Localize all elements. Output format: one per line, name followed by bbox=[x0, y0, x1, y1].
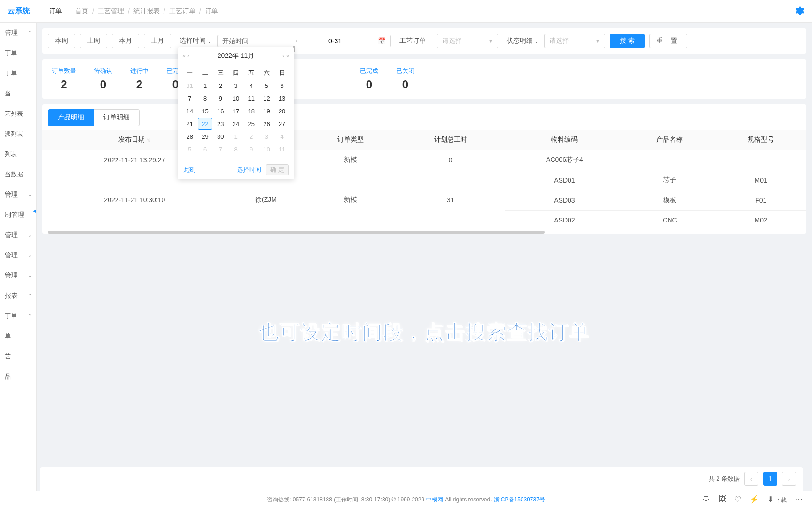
gear-icon[interactable] bbox=[794, 6, 804, 16]
cal-day[interactable]: 24 bbox=[228, 118, 243, 130]
shield-icon[interactable]: 🛡 bbox=[703, 495, 710, 504]
footer-icp-link[interactable]: 浙ICP备15039737号 bbox=[494, 496, 545, 504]
sidebar-item[interactable]: 当数据 bbox=[0, 164, 36, 184]
pager-prev[interactable]: ‹ bbox=[744, 472, 758, 486]
sidebar-item[interactable]: 艺列表 bbox=[0, 103, 36, 124]
cal-day[interactable]: 18 bbox=[244, 105, 259, 117]
cal-day[interactable]: 20 bbox=[274, 105, 289, 117]
cal-day[interactable]: 31 bbox=[182, 79, 197, 92]
sidebar-item[interactable]: 当 bbox=[0, 83, 36, 103]
sidebar-item[interactable]: 管理⌄ bbox=[0, 265, 36, 286]
sidebar-item[interactable]: 管理⌄ bbox=[0, 225, 36, 245]
cal-day[interactable]: 8 bbox=[198, 92, 213, 104]
sidebar-item[interactable]: 报表⌃ bbox=[0, 286, 36, 306]
footer-link-site[interactable]: 中模网 bbox=[426, 496, 443, 504]
horizontal-scrollbar[interactable] bbox=[48, 231, 545, 234]
lightning-icon[interactable]: ⚡ bbox=[750, 495, 759, 504]
cal-day[interactable]: 19 bbox=[259, 105, 274, 117]
sidebar-item[interactable]: 艺 bbox=[0, 346, 36, 366]
table-header[interactable]: 计划总工时 bbox=[396, 130, 505, 150]
cal-day[interactable]: 9 bbox=[244, 143, 259, 155]
btn-this-month[interactable]: 本月 bbox=[112, 34, 139, 48]
pager-page-1[interactable]: 1 bbox=[763, 472, 777, 486]
cal-select-time-link[interactable]: 选择时间 bbox=[237, 166, 261, 174]
cal-day[interactable]: 17 bbox=[228, 105, 243, 117]
reset-button[interactable]: 重 置 bbox=[649, 34, 687, 48]
cal-day[interactable]: 2 bbox=[244, 130, 259, 143]
cal-day[interactable]: 30 bbox=[213, 130, 228, 143]
sidebar-item[interactable]: 列表 bbox=[0, 144, 36, 164]
cal-next[interactable]: ›» bbox=[282, 53, 289, 59]
cal-day[interactable]: 25 bbox=[244, 118, 259, 130]
cal-day[interactable]: 29 bbox=[198, 130, 213, 143]
cal-now-link[interactable]: 此刻 bbox=[183, 166, 195, 174]
cal-day[interactable]: 9 bbox=[213, 92, 228, 104]
cal-day[interactable]: 5 bbox=[259, 79, 274, 92]
cal-day[interactable]: 8 bbox=[228, 143, 243, 155]
sidebar-item[interactable]: 制管理 bbox=[0, 205, 36, 225]
btn-last-week[interactable]: 上周 bbox=[80, 34, 107, 48]
collapse-sidebar-button[interactable] bbox=[32, 199, 37, 222]
crumb-1[interactable]: 工艺管理 bbox=[98, 7, 124, 16]
btn-this-week[interactable]: 本周 bbox=[48, 34, 75, 48]
sidebar-item[interactable]: 丁单 bbox=[0, 63, 36, 83]
cal-day[interactable]: 10 bbox=[228, 92, 243, 104]
cal-day[interactable]: 23 bbox=[213, 118, 228, 130]
sidebar-item[interactable]: 管理⌃ bbox=[0, 23, 36, 43]
cal-day[interactable]: 14 bbox=[182, 105, 197, 117]
cal-day[interactable]: 26 bbox=[259, 118, 274, 130]
table-row[interactable]: 2022-11-21 13:29:27徐(ZJM新模0AC006芯子4 bbox=[42, 150, 806, 170]
sidebar-item[interactable]: 派列表 bbox=[0, 124, 36, 144]
cal-day[interactable]: 7 bbox=[213, 143, 228, 155]
status-select[interactable]: 请选择 ▼ bbox=[544, 34, 605, 48]
cal-day[interactable]: 3 bbox=[228, 79, 243, 92]
more-icon[interactable]: ⋯ bbox=[795, 495, 803, 504]
crumb-2[interactable]: 统计报表 bbox=[133, 7, 160, 16]
tab-product-detail[interactable]: 产品明细 bbox=[48, 109, 94, 126]
crumb-4[interactable]: 订单 bbox=[205, 7, 218, 16]
cal-day[interactable]: 22 bbox=[198, 118, 213, 130]
cal-day[interactable]: 6 bbox=[274, 79, 289, 92]
order-select[interactable]: 请选择 ▼ bbox=[437, 34, 498, 48]
cal-day[interactable]: 12 bbox=[259, 92, 274, 104]
table-header[interactable]: 规格型号 bbox=[715, 130, 806, 150]
table-header[interactable]: 产品名称 bbox=[625, 130, 716, 150]
date-range-picker[interactable]: → 📅 I bbox=[217, 35, 391, 47]
cal-day[interactable]: 15 bbox=[198, 105, 213, 117]
cal-day[interactable]: 28 bbox=[182, 130, 197, 143]
cal-day[interactable]: 2 bbox=[213, 79, 228, 92]
sidebar-item[interactable]: 管理⌄ bbox=[0, 245, 36, 265]
cal-day[interactable]: 6 bbox=[198, 143, 213, 155]
cal-prev[interactable]: «‹ bbox=[182, 53, 189, 59]
sidebar-item[interactable]: 品 bbox=[0, 366, 36, 387]
sidebar-item[interactable]: 丁单⌃ bbox=[0, 306, 36, 326]
sidebar-item[interactable]: 管理⌄ bbox=[0, 184, 36, 205]
sidebar-item[interactable]: 丁单 bbox=[0, 43, 36, 63]
cal-day[interactable]: 13 bbox=[274, 92, 289, 104]
cal-day[interactable]: 27 bbox=[274, 118, 289, 130]
cal-day[interactable]: 10 bbox=[259, 143, 274, 155]
cal-confirm-button[interactable]: 确 定 bbox=[266, 164, 289, 175]
tab-order-detail[interactable]: 订单明细 bbox=[94, 109, 140, 126]
cal-day[interactable]: 1 bbox=[198, 79, 213, 92]
cal-day[interactable]: 7 bbox=[182, 92, 197, 104]
crumb-3[interactable]: 工艺订单 bbox=[169, 7, 195, 16]
cal-day[interactable]: 5 bbox=[182, 143, 197, 155]
pager-next[interactable]: › bbox=[782, 472, 796, 486]
search-button[interactable]: 搜 索 bbox=[610, 34, 645, 48]
table-row[interactable]: 2022-11-21 10:30:10徐(ZJM新模31ASD01芯子M01 bbox=[42, 170, 806, 190]
cal-day[interactable]: 3 bbox=[259, 130, 274, 143]
cal-day[interactable]: 11 bbox=[274, 143, 289, 155]
table-header[interactable]: 物料编码 bbox=[505, 130, 624, 150]
download-icon[interactable]: ⬇ 下载 bbox=[767, 495, 787, 504]
end-date-input[interactable] bbox=[302, 37, 368, 45]
sidebar-item[interactable]: 单 bbox=[0, 326, 36, 346]
btn-last-month[interactable]: 上月 bbox=[144, 34, 171, 48]
cal-day[interactable]: 4 bbox=[274, 130, 289, 143]
cal-day[interactable]: 11 bbox=[244, 92, 259, 104]
cal-day[interactable]: 4 bbox=[244, 79, 259, 92]
start-date-input[interactable] bbox=[222, 37, 288, 45]
crumb-0[interactable]: 首页 bbox=[75, 7, 88, 16]
cal-day[interactable]: 21 bbox=[182, 118, 197, 130]
table-header[interactable]: 订单类型 bbox=[305, 130, 396, 150]
